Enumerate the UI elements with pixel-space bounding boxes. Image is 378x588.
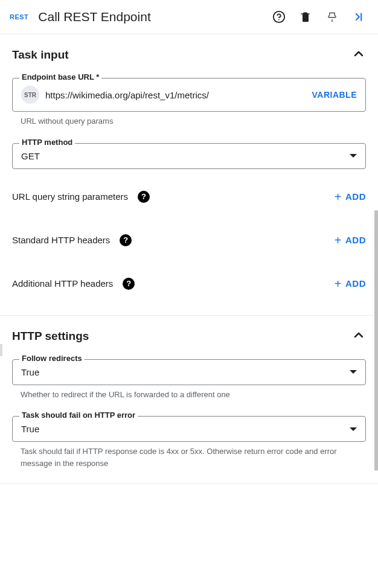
add-label: ADD: [345, 278, 366, 289]
task-input-section: Task input Endpoint base URL * STR VARIA…: [0, 34, 378, 315]
select-value: True: [21, 424, 39, 434]
field-label: HTTP method: [19, 138, 75, 147]
field-helper: Whether to redirect if the URL is forwar…: [21, 389, 366, 401]
section-title: HTTP settings: [12, 330, 89, 343]
follow-redirects-field: Follow redirects True Whether to redirec…: [12, 359, 366, 401]
add-button[interactable]: + ADD: [335, 278, 366, 290]
section-divider: [0, 484, 378, 484]
row-left: Standard HTTP headers ?: [12, 234, 132, 246]
http-settings-header[interactable]: HTTP settings: [12, 328, 366, 345]
field-helper: Task should fail if HTTP response code i…: [21, 446, 366, 469]
chevron-down-icon: [350, 154, 357, 158]
field-label: Follow redirects: [19, 354, 85, 363]
http-settings-section: HTTP settings Follow redirects True Whet…: [0, 316, 378, 484]
header-actions: [272, 10, 366, 24]
panel-title: Call REST Endpoint: [38, 10, 272, 24]
field-helper: URL without query params: [21, 115, 366, 127]
follow-redirects-select[interactable]: True: [12, 359, 366, 385]
help-icon[interactable]: ?: [120, 234, 132, 246]
type-badge: STR: [21, 86, 39, 104]
panel-header: REST Call REST Endpoint: [0, 0, 378, 34]
url-query-params-row: URL query string parameters ? + ADD: [12, 175, 366, 219]
plus-icon: +: [335, 278, 342, 290]
plus-icon: +: [335, 234, 342, 246]
add-label: ADD: [345, 235, 366, 245]
fail-on-error-select[interactable]: True: [12, 416, 366, 442]
row-left: Additional HTTP headers ?: [12, 278, 135, 290]
field-box: STR VARIABLE: [12, 78, 366, 112]
standard-headers-row: Standard HTTP headers ? + ADD: [12, 219, 366, 262]
variable-button[interactable]: VARIABLE: [312, 90, 357, 100]
plus-icon: +: [335, 191, 342, 203]
field-label: Task should fail on HTTP error: [19, 411, 138, 420]
help-icon[interactable]: ?: [138, 191, 150, 203]
row-label: Additional HTTP headers: [12, 278, 113, 289]
chevron-down-icon: [350, 427, 357, 431]
fail-on-error-field: Task should fail on HTTP error True Task…: [12, 416, 366, 469]
add-label: ADD: [345, 191, 366, 202]
endpoint-url-input[interactable]: [45, 90, 306, 100]
select-value: GET: [21, 151, 40, 161]
section-title: Task input: [12, 48, 69, 62]
chevron-down-icon: [350, 370, 357, 374]
chevron-up-icon[interactable]: [351, 46, 366, 63]
help-icon[interactable]: [272, 10, 286, 24]
help-icon[interactable]: ?: [123, 278, 135, 290]
row-left: URL query string parameters ?: [12, 191, 150, 203]
http-method-select[interactable]: GET: [12, 143, 366, 169]
row-label: URL query string parameters: [12, 191, 128, 202]
http-method-field: HTTP method GET: [12, 143, 366, 169]
delete-icon[interactable]: [298, 10, 313, 24]
select-value: True: [21, 367, 39, 377]
collapse-panel-icon[interactable]: [351, 10, 366, 24]
endpoint-url-field: Endpoint base URL * STR VARIABLE URL wit…: [12, 78, 366, 127]
chevron-up-icon[interactable]: [351, 328, 366, 345]
row-label: Standard HTTP headers: [12, 235, 110, 245]
edge-indicator: [0, 344, 2, 356]
scrollbar[interactable]: [374, 210, 378, 471]
add-button[interactable]: + ADD: [335, 191, 366, 203]
field-label: Endpoint base URL *: [19, 72, 101, 81]
add-button[interactable]: + ADD: [335, 234, 366, 246]
svg-point-1: [278, 19, 280, 21]
task-input-header[interactable]: Task input: [12, 46, 366, 63]
additional-headers-row: Additional HTTP headers ? + ADD: [12, 262, 366, 305]
pin-icon[interactable]: [325, 10, 339, 24]
rest-badge: REST: [10, 13, 28, 21]
